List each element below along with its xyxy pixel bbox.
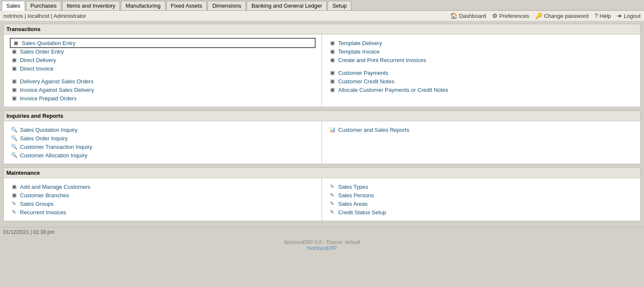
transactions-col1: ▣ Sales Quotation Entry ▣ Sales Order En… <box>4 34 322 107</box>
logout-icon: ➔ <box>617 12 622 19</box>
doc-icon: ▣ <box>11 57 17 63</box>
allocate-customer-payments[interactable]: ▣ Allocate Customer Payments or Credit N… <box>329 85 633 94</box>
customer-transaction-inquiry[interactable]: 🔍 Customer Transaction Inquiry <box>11 142 315 151</box>
inquiries-col1: 🔍 Sales Quotation Inquiry 🔍 Sales Order … <box>4 121 322 164</box>
help-button[interactable]: ? Help <box>595 12 611 19</box>
tab-items-inventory[interactable]: Items and Inventory <box>62 1 120 10</box>
tab-dimensions[interactable]: Dimensions <box>208 1 246 10</box>
search-icon: 🔍 <box>11 143 17 150</box>
chart-icon: 📊 <box>329 126 336 133</box>
transactions-title: Transactions <box>3 24 641 34</box>
top-navigation: Sales Purchases Items and Inventory Manu… <box>0 0 644 11</box>
tab-banking-gl[interactable]: Banking and General Ledger <box>247 1 327 10</box>
doc-icon: ▣ <box>329 69 336 76</box>
doc-icon: ▣ <box>329 57 336 63</box>
sales-quotation-inquiry[interactable]: 🔍 Sales Quotation Inquiry <box>11 125 315 134</box>
maintenance-col1: ▣ Add and Manage Customers ▣ Customer Br… <box>4 178 322 221</box>
delivery-against-sales-orders[interactable]: ▣ Delivery Against Sales Orders <box>11 77 315 85</box>
maintenance-grid: ▣ Add and Manage Customers ▣ Customer Br… <box>3 178 641 221</box>
sales-order-inquiry[interactable]: 🔍 Sales Order Inquiry <box>11 134 315 142</box>
footer-line1: NotrinosERP 0.0 - Theme: default <box>3 239 641 245</box>
customer-allocation-inquiry[interactable]: 🔍 Customer Allocation Inquiry <box>11 151 315 159</box>
customer-branches[interactable]: ▣ Customer Branches <box>11 191 315 199</box>
tab-setup[interactable]: Setup <box>328 1 351 10</box>
footer-link[interactable]: NotrinosERP <box>307 245 336 251</box>
create-print-recurrent-invoices[interactable]: ▣ Create and Print Recurrent Invoices <box>329 56 633 64</box>
doc-icon: ▣ <box>11 48 17 55</box>
template-invoice[interactable]: ▣ Template Invoice <box>329 47 633 56</box>
change-password-button[interactable]: 🔑 Change password <box>535 12 589 19</box>
main-content: Transactions ▣ Sales Quotation Entry ▣ S… <box>0 21 644 227</box>
logout-button[interactable]: ➔ Logout <box>617 12 641 19</box>
sales-order-entry[interactable]: ▣ Sales Order Entry <box>11 47 315 56</box>
recurrent-invoices[interactable]: ✎ Recurrent Invoices <box>11 208 315 216</box>
transactions-section: Transactions ▣ Sales Quotation Entry ▣ S… <box>3 24 641 107</box>
tab-manufacturing[interactable]: Manufacturing <box>121 1 165 10</box>
doc-icon: ▣ <box>11 95 17 102</box>
datetime-display: 01/12/2021 | 02:38 pm <box>3 229 54 235</box>
maintenance-col2: ✎ Sales Types ✎ Sales Persons ✎ Sales Ar… <box>322 178 640 221</box>
doc-icon: ▣ <box>329 86 336 93</box>
edit-icon: ✎ <box>329 183 336 190</box>
search-icon: 🔍 <box>11 135 17 142</box>
inquiries-col2: 📊 Customer and Sales Reports <box>322 121 640 164</box>
sales-persons[interactable]: ✎ Sales Persons <box>329 191 633 199</box>
preferences-button[interactable]: ⚙ Preferences <box>492 12 529 19</box>
credit-status-setup[interactable]: ✎ Credit Status Setup <box>329 208 633 216</box>
add-manage-customers[interactable]: ▣ Add and Manage Customers <box>11 182 315 191</box>
footer-line2[interactable]: NotrinosERP <box>3 245 641 251</box>
doc-icon: ▣ <box>11 65 17 72</box>
customer-sales-reports[interactable]: 📊 Customer and Sales Reports <box>329 125 633 134</box>
doc-icon: ▣ <box>11 183 17 190</box>
doc-icon: ▣ <box>329 40 336 46</box>
doc-icon: ▣ <box>11 192 17 199</box>
inquiries-section: Inquiries and Reports 🔍 Sales Quotation … <box>3 111 641 164</box>
customer-credit-notes[interactable]: ▣ Customer Credit Notes <box>329 77 633 85</box>
doc-icon: ▣ <box>329 78 336 85</box>
transactions-col2: ▣ Template Delivery ▣ Template Invoice ▣… <box>322 34 640 107</box>
direct-invoice[interactable]: ▣ Direct Invoice <box>11 64 315 73</box>
gear-icon: ⚙ <box>492 12 498 19</box>
transactions-grid: ▣ Sales Quotation Entry ▣ Sales Order En… <box>3 34 641 107</box>
edit-icon: ✎ <box>11 209 17 216</box>
tab-fixed-assets[interactable]: Fixed Assets <box>166 1 207 10</box>
inquiries-grid: 🔍 Sales Quotation Inquiry 🔍 Sales Order … <box>3 121 641 164</box>
dashboard-icon: 🏠 <box>450 12 457 19</box>
page-footer: NotrinosERP 0.0 - Theme: default Notrino… <box>0 237 644 254</box>
direct-delivery[interactable]: ▣ Direct Delivery <box>11 56 315 64</box>
template-delivery[interactable]: ▣ Template Delivery <box>329 39 633 47</box>
sales-areas[interactable]: ✎ Sales Areas <box>329 199 633 208</box>
key-icon: 🔑 <box>535 12 542 19</box>
tab-purchases[interactable]: Purchases <box>26 1 61 10</box>
tab-sales[interactable]: Sales <box>2 1 25 11</box>
doc-icon: ▣ <box>329 48 336 55</box>
invoice-prepaid-orders[interactable]: ▣ Invoice Prepaid Orders <box>11 94 315 102</box>
doc-icon: ▣ <box>11 86 17 93</box>
maintenance-section: Maintenance ▣ Add and Manage Customers ▣… <box>3 168 641 221</box>
edit-icon: ✎ <box>11 200 17 207</box>
sales-types[interactable]: ✎ Sales Types <box>329 182 633 191</box>
help-icon: ? <box>595 12 598 19</box>
dashboard-button[interactable]: 🏠 Dashboard <box>450 12 486 19</box>
maintenance-title: Maintenance <box>3 168 641 178</box>
status-footer: 01/12/2021 | 02:38 pm <box>0 227 644 237</box>
doc-icon: ▣ <box>11 78 17 85</box>
header-actions: 🏠 Dashboard ⚙ Preferences 🔑 Change passw… <box>450 12 641 19</box>
edit-icon: ✎ <box>329 200 336 207</box>
search-icon: 🔍 <box>11 152 17 159</box>
user-identity: notrinos | localhost | Administrator <box>3 13 86 19</box>
search-icon: 🔍 <box>11 126 17 133</box>
doc-icon: ▣ <box>12 40 19 46</box>
header-bar: notrinos | localhost | Administrator 🏠 D… <box>0 11 644 21</box>
sales-groups[interactable]: ✎ Sales Groups <box>11 199 315 208</box>
sales-quotation-entry[interactable]: ▣ Sales Quotation Entry <box>11 39 315 47</box>
invoice-against-sales-delivery[interactable]: ▣ Invoice Against Sales Delivery <box>11 85 315 94</box>
edit-icon: ✎ <box>329 192 336 199</box>
inquiries-title: Inquiries and Reports <box>3 111 641 121</box>
edit-icon: ✎ <box>329 209 336 216</box>
customer-payments[interactable]: ▣ Customer Payments <box>329 68 633 77</box>
